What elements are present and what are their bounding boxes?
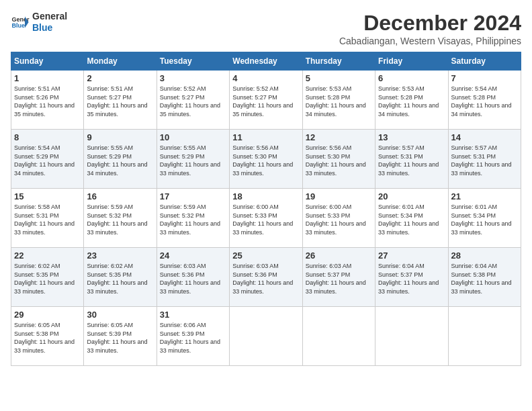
daylight: Daylight: 11 hours and 33 minutes. bbox=[87, 279, 153, 295]
day-info: Sunrise: 6:05 AM Sunset: 5:38 PM Dayligh… bbox=[14, 321, 81, 355]
day-info: Sunrise: 5:58 AM Sunset: 5:31 PM Dayligh… bbox=[14, 203, 81, 236]
daylight: Daylight: 11 hours and 35 minutes. bbox=[87, 101, 153, 118]
day-cell: 25 Sunrise: 6:03 AM Sunset: 5:36 PM Dayl… bbox=[230, 248, 302, 307]
logo-icon: General Blue bbox=[11, 13, 30, 32]
sunset: Sunset: 5:28 PM bbox=[451, 93, 518, 102]
day-cell: 13 Sunrise: 5:57 AM Sunset: 5:31 PM Dayl… bbox=[375, 130, 448, 189]
day-info: Sunrise: 5:55 AM Sunset: 5:29 PM Dayligh… bbox=[160, 144, 226, 177]
day-number: 8 bbox=[14, 132, 81, 142]
daylight: Daylight: 11 hours and 33 minutes. bbox=[306, 279, 372, 295]
sunrise: Sunrise: 6:03 AM bbox=[160, 262, 226, 271]
header-row: SundayMondayTuesdayWednesdayThursdayFrid… bbox=[11, 52, 521, 71]
day-cell: 28 Sunrise: 6:04 AM Sunset: 5:38 PM Dayl… bbox=[448, 248, 521, 307]
sunset: Sunset: 5:37 PM bbox=[378, 271, 445, 279]
day-cell bbox=[302, 307, 375, 366]
daylight: Daylight: 11 hours and 33 minutes. bbox=[378, 220, 445, 236]
sunset: Sunset: 5:36 PM bbox=[160, 271, 226, 279]
sunset: Sunset: 5:27 PM bbox=[232, 93, 299, 102]
sunrise: Sunrise: 6:00 AM bbox=[232, 203, 299, 212]
day-cell: 4 Sunrise: 5:52 AM Sunset: 5:27 PM Dayli… bbox=[230, 71, 302, 130]
day-cell bbox=[448, 307, 521, 366]
sunrise: Sunrise: 5:51 AM bbox=[14, 85, 81, 93]
sunset: Sunset: 5:26 PM bbox=[14, 93, 81, 102]
sunset: Sunset: 5:27 PM bbox=[160, 93, 226, 102]
day-number: 31 bbox=[160, 310, 226, 320]
sunrise: Sunrise: 6:01 AM bbox=[378, 203, 445, 212]
day-number: 15 bbox=[14, 191, 81, 201]
sunset: Sunset: 5:34 PM bbox=[378, 212, 445, 220]
week-row-1: 1 Sunrise: 5:51 AM Sunset: 5:26 PM Dayli… bbox=[11, 71, 521, 130]
daylight: Daylight: 11 hours and 33 minutes. bbox=[160, 161, 226, 177]
title-area: December 2024 Cabadiangan, Western Visay… bbox=[339, 11, 521, 46]
logo-line2: Blue bbox=[32, 22, 52, 33]
sunrise: Sunrise: 5:55 AM bbox=[87, 144, 153, 152]
day-info: Sunrise: 5:51 AM Sunset: 5:27 PM Dayligh… bbox=[87, 85, 153, 118]
day-number: 24 bbox=[160, 250, 226, 261]
sunset: Sunset: 5:28 PM bbox=[378, 93, 445, 102]
daylight: Daylight: 11 hours and 34 minutes. bbox=[451, 101, 518, 118]
location-title: Cabadiangan, Western Visayas, Philippine… bbox=[339, 36, 521, 46]
sunrise: Sunrise: 6:00 AM bbox=[306, 203, 372, 212]
sunset: Sunset: 5:39 PM bbox=[87, 330, 153, 338]
sunrise: Sunrise: 6:05 AM bbox=[87, 321, 153, 330]
day-cell: 7 Sunrise: 5:54 AM Sunset: 5:28 PM Dayli… bbox=[448, 71, 521, 130]
day-info: Sunrise: 6:03 AM Sunset: 5:37 PM Dayligh… bbox=[306, 262, 372, 295]
day-number: 17 bbox=[160, 191, 226, 201]
day-info: Sunrise: 5:54 AM Sunset: 5:28 PM Dayligh… bbox=[451, 85, 518, 118]
sunrise: Sunrise: 6:03 AM bbox=[306, 262, 372, 271]
sunrise: Sunrise: 5:55 AM bbox=[160, 144, 226, 152]
sunrise: Sunrise: 5:59 AM bbox=[87, 203, 153, 212]
day-info: Sunrise: 6:00 AM Sunset: 5:33 PM Dayligh… bbox=[232, 203, 299, 236]
day-cell: 17 Sunrise: 5:59 AM Sunset: 5:32 PM Dayl… bbox=[157, 189, 229, 248]
header-cell-wednesday: Wednesday bbox=[230, 52, 302, 71]
sunrise: Sunrise: 5:56 AM bbox=[232, 144, 299, 152]
daylight: Daylight: 11 hours and 34 minutes. bbox=[306, 101, 372, 118]
daylight: Daylight: 11 hours and 33 minutes. bbox=[378, 161, 445, 177]
sunset: Sunset: 5:29 PM bbox=[14, 152, 81, 161]
sunrise: Sunrise: 5:54 AM bbox=[451, 85, 518, 93]
day-info: Sunrise: 5:57 AM Sunset: 5:31 PM Dayligh… bbox=[451, 144, 518, 177]
sunrise: Sunrise: 6:02 AM bbox=[14, 262, 81, 271]
day-number: 28 bbox=[451, 250, 518, 261]
sunrise: Sunrise: 5:59 AM bbox=[160, 203, 226, 212]
day-info: Sunrise: 5:56 AM Sunset: 5:30 PM Dayligh… bbox=[232, 144, 299, 177]
day-cell: 6 Sunrise: 5:53 AM Sunset: 5:28 PM Dayli… bbox=[375, 71, 448, 130]
week-row-3: 15 Sunrise: 5:58 AM Sunset: 5:31 PM Dayl… bbox=[11, 189, 521, 248]
day-number: 19 bbox=[306, 191, 372, 201]
daylight: Daylight: 11 hours and 33 minutes. bbox=[306, 161, 372, 177]
daylight: Daylight: 11 hours and 33 minutes. bbox=[378, 279, 445, 295]
day-info: Sunrise: 6:02 AM Sunset: 5:35 PM Dayligh… bbox=[14, 262, 81, 295]
daylight: Daylight: 11 hours and 33 minutes. bbox=[232, 161, 299, 177]
day-info: Sunrise: 6:00 AM Sunset: 5:33 PM Dayligh… bbox=[306, 203, 372, 236]
day-info: Sunrise: 5:53 AM Sunset: 5:28 PM Dayligh… bbox=[306, 85, 372, 118]
day-number: 5 bbox=[306, 73, 372, 83]
daylight: Daylight: 11 hours and 33 minutes. bbox=[306, 220, 372, 236]
day-cell: 1 Sunrise: 5:51 AM Sunset: 5:26 PM Dayli… bbox=[11, 71, 84, 130]
day-info: Sunrise: 6:03 AM Sunset: 5:36 PM Dayligh… bbox=[232, 262, 299, 295]
daylight: Daylight: 11 hours and 33 minutes. bbox=[14, 279, 81, 295]
day-cell: 19 Sunrise: 6:00 AM Sunset: 5:33 PM Dayl… bbox=[302, 189, 375, 248]
day-cell bbox=[230, 307, 302, 366]
day-info: Sunrise: 6:04 AM Sunset: 5:37 PM Dayligh… bbox=[378, 262, 445, 295]
header: General Blue General Blue December 2024 … bbox=[11, 11, 521, 46]
day-info: Sunrise: 6:01 AM Sunset: 5:34 PM Dayligh… bbox=[378, 203, 445, 236]
sunset: Sunset: 5:35 PM bbox=[14, 271, 81, 279]
sunset: Sunset: 5:27 PM bbox=[87, 93, 153, 102]
day-number: 29 bbox=[14, 310, 81, 320]
sunset: Sunset: 5:29 PM bbox=[87, 152, 153, 161]
day-cell bbox=[375, 307, 448, 366]
day-number: 4 bbox=[232, 73, 299, 83]
day-cell: 27 Sunrise: 6:04 AM Sunset: 5:37 PM Dayl… bbox=[375, 248, 448, 307]
sunset: Sunset: 5:28 PM bbox=[306, 93, 372, 102]
sunset: Sunset: 5:35 PM bbox=[87, 271, 153, 279]
header-cell-monday: Monday bbox=[84, 52, 157, 71]
sunrise: Sunrise: 6:06 AM bbox=[160, 321, 226, 330]
logo: General Blue General Blue bbox=[11, 11, 67, 34]
week-row-4: 22 Sunrise: 6:02 AM Sunset: 5:35 PM Dayl… bbox=[11, 248, 521, 307]
day-number: 2 bbox=[87, 73, 153, 83]
day-cell: 29 Sunrise: 6:05 AM Sunset: 5:38 PM Dayl… bbox=[11, 307, 84, 366]
day-info: Sunrise: 6:04 AM Sunset: 5:38 PM Dayligh… bbox=[451, 262, 518, 295]
header-cell-thursday: Thursday bbox=[302, 52, 375, 71]
day-number: 13 bbox=[378, 132, 445, 142]
sunrise: Sunrise: 5:54 AM bbox=[14, 144, 81, 152]
